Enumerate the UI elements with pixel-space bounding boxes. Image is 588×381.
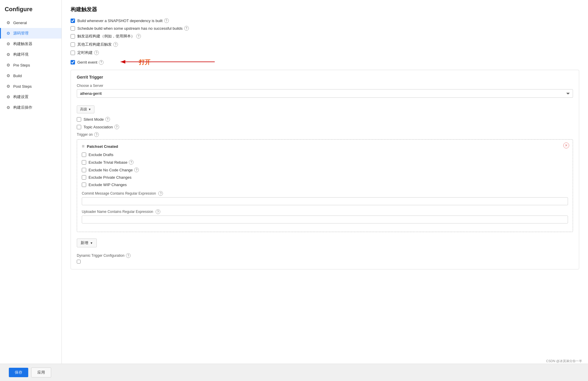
upstream-label: Schedule build when some upstream has no… <box>77 26 183 31</box>
new-button[interactable]: 新增 ▼ <box>77 238 97 247</box>
upstream-help-icon[interactable]: ? <box>184 26 189 31</box>
uploader-name-input[interactable] <box>82 216 568 223</box>
topic-association-checkbox[interactable] <box>77 125 81 129</box>
exclude-private-changes-row: Exclude Private Changes <box>82 175 568 180</box>
exclude-trivial-rebase-checkbox[interactable] <box>82 160 86 165</box>
commit-msg-section: Commit Message Contains Regular Expressi… <box>82 191 568 205</box>
remote-trigger-help-icon[interactable]: ? <box>136 34 141 39</box>
other-project-checkbox[interactable] <box>71 42 75 47</box>
gear-icon: ⚙ <box>6 41 11 47</box>
silent-mode-help-icon[interactable]: ? <box>105 117 110 122</box>
sidebar-item-label: 构建后操作 <box>13 105 32 110</box>
sidebar-item-post-steps[interactable]: ⚙ Post Steps <box>0 81 61 92</box>
apply-button[interactable]: 应用 <box>31 367 51 377</box>
uploader-name-section: Uploader Name Contains Regular Expressio… <box>82 209 568 223</box>
sidebar-item-general[interactable]: ⚙ General <box>0 17 61 28</box>
commit-msg-help-icon[interactable]: ? <box>158 191 163 196</box>
commit-msg-label: Commit Message Contains Regular Expressi… <box>82 191 568 196</box>
trigger-on-help-icon[interactable]: ? <box>94 132 99 137</box>
uploader-name-label: Uploader Name Contains Regular Expressio… <box>82 209 568 214</box>
other-project-help-icon[interactable]: ? <box>113 42 118 47</box>
patchset-title: Patchset Created <box>87 144 118 149</box>
sidebar-item-label: General <box>13 21 27 25</box>
gear-icon: ⚙ <box>6 84 11 89</box>
annotation-text: 打开 <box>139 58 151 66</box>
silent-mode-label: Silent Mode <box>84 117 104 122</box>
sidebar-item-source-mgmt[interactable]: ⚙ 源码管理 <box>0 28 61 39</box>
choose-server-section: Choose a Server athena-gerrit <box>77 84 573 98</box>
section-title: 构建触发器 <box>71 6 579 13</box>
gear-icon: ⚙ <box>6 94 11 100</box>
sidebar-item-label: 构建设置 <box>13 94 29 100</box>
choose-server-label: Choose a Server <box>77 84 573 88</box>
silent-mode-row: Silent Mode ? <box>77 117 573 122</box>
sidebar-item-build-env[interactable]: ⚙ 构建环境 <box>0 49 61 60</box>
checkbox-gerrit-event: Gerrit event ? 打开 <box>71 58 579 66</box>
gear-icon: ⚙ <box>6 62 11 68</box>
scheduled-help-icon[interactable]: ? <box>94 50 99 55</box>
sidebar-item-label: 构建环境 <box>13 52 29 57</box>
new-label: 新增 <box>81 240 88 246</box>
drag-handle-icon[interactable]: ≡ <box>82 144 84 149</box>
sidebar-item-label: 构建触发器 <box>13 41 32 47</box>
checkbox-other-project: 其他工程构建后触发 ? <box>71 42 579 47</box>
topic-association-row: Topic Association ? <box>77 125 573 129</box>
sidebar-item-build[interactable]: ⚙ Build <box>0 70 61 81</box>
trivial-rebase-help-icon[interactable]: ? <box>129 160 134 165</box>
exclude-drafts-checkbox[interactable] <box>82 153 86 157</box>
gear-icon: ⚙ <box>6 20 11 25</box>
trigger-on-label: Trigger on ? <box>77 132 573 137</box>
sidebar-item-post-build-ops[interactable]: ⚙ 构建后操作 <box>0 102 61 113</box>
save-button[interactable]: 保存 <box>9 368 28 377</box>
remote-trigger-checkbox[interactable] <box>71 34 75 39</box>
snapshot-label: Build whenever a SNAPSHOT dependency is … <box>77 19 163 23</box>
annotation-arrow <box>118 56 218 68</box>
other-project-label: 其他工程构建后触发 <box>77 42 112 47</box>
arrow-down-icon: ▼ <box>90 241 93 245</box>
gear-icon: ⚙ <box>6 31 11 36</box>
scheduled-label: 定时构建 <box>77 50 93 55</box>
gear-icon: ⚙ <box>6 105 11 110</box>
scheduled-checkbox[interactable] <box>71 51 75 55</box>
silent-mode-checkbox[interactable] <box>77 117 81 122</box>
commit-msg-input[interactable] <box>82 197 568 205</box>
snapshot-checkbox[interactable] <box>71 19 75 23</box>
sidebar-item-label: Post Steps <box>13 84 32 89</box>
dynamic-config-label: Dynamic Trigger Configuration ? <box>77 253 573 258</box>
checkbox-snapshot: Build whenever a SNAPSHOT dependency is … <box>71 18 579 23</box>
app-title: Configure <box>0 3 61 17</box>
gerrit-event-checkbox[interactable] <box>71 60 75 64</box>
gerrit-event-help-icon[interactable]: ? <box>99 60 104 65</box>
dynamic-config-checkbox[interactable] <box>77 260 81 264</box>
server-select[interactable]: athena-gerrit <box>77 89 573 98</box>
sidebar-item-pre-steps[interactable]: ⚙ Pre Steps <box>0 60 61 70</box>
exclude-no-code-change-label: Exclude No Code Change <box>89 168 133 172</box>
patchset-close-button[interactable]: ✕ <box>563 143 569 148</box>
sidebar-item-build-trigger[interactable]: ⚙ 构建触发器 <box>0 39 61 49</box>
remote-trigger-label: 触发远程构建（例如，使用脚本） <box>77 34 135 39</box>
exclude-wip-changes-checkbox[interactable] <box>82 183 86 187</box>
dynamic-config-help-icon[interactable]: ? <box>126 253 131 258</box>
sidebar: Configure ⚙ General ⚙ 源码管理 ⚙ 构建触发器 ⚙ 构建环… <box>0 0 62 381</box>
advanced-button[interactable]: 高级 ▼ <box>77 105 94 113</box>
sidebar-item-build-settings[interactable]: ⚙ 构建设置 <box>0 92 61 102</box>
exclude-private-changes-checkbox[interactable] <box>82 175 86 180</box>
exclude-no-code-change-checkbox[interactable] <box>82 168 86 172</box>
dynamic-config-section: Dynamic Trigger Configuration ? <box>77 253 573 264</box>
footer-bar: 保存 应用 <box>0 364 588 381</box>
topic-association-label: Topic Association <box>84 125 113 129</box>
topic-association-help-icon[interactable]: ? <box>114 125 119 129</box>
checkbox-remote-trigger: 触发远程构建（例如，使用脚本） ? <box>71 34 579 39</box>
exclude-wip-changes-row: Exclude WIP Changes <box>82 183 568 187</box>
snapshot-help-icon[interactable]: ? <box>164 18 169 23</box>
patchset-header: ≡ Patchset Created <box>82 144 568 149</box>
exclude-wip-changes-label: Exclude WIP Changes <box>89 183 127 187</box>
no-code-change-help-icon[interactable]: ? <box>134 168 139 172</box>
exclude-drafts-row: Exclude Drafts <box>82 153 568 157</box>
upstream-checkbox[interactable] <box>71 26 75 31</box>
patchset-created-box: ≡ Patchset Created ✕ Exclude Drafts Excl… <box>77 139 573 232</box>
sidebar-item-label: Pre Steps <box>13 63 30 67</box>
main-content: 构建触发器 Build whenever a SNAPSHOT dependen… <box>62 0 588 381</box>
uploader-name-help-icon[interactable]: ? <box>156 209 160 214</box>
gear-icon: ⚙ <box>6 73 11 78</box>
